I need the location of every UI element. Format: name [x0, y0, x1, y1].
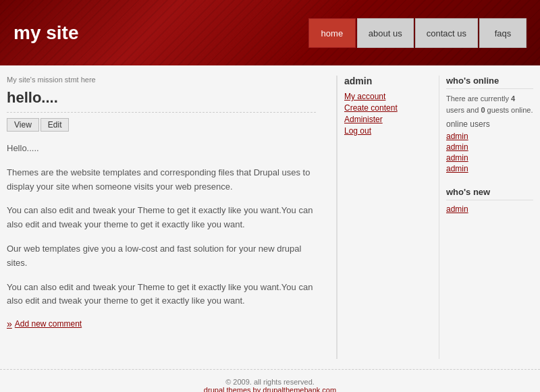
edit-tabs: View Edit	[7, 118, 316, 132]
add-comment-link[interactable]: Add new comment	[7, 318, 316, 329]
log-out-link[interactable]: Log out	[344, 126, 439, 136]
content-block-4: You can also edit and tweak your Theme t…	[7, 281, 316, 309]
footer-link[interactable]: drupal themes by drupalthemebank.com	[204, 386, 336, 392]
nav-item-faqs[interactable]: faqs	[479, 18, 526, 48]
right-sidebar: who's online There are currently 4 users…	[439, 76, 533, 359]
mission-statement: My site's mission stmt here	[7, 76, 316, 84]
administer-link[interactable]: Administer	[344, 115, 439, 124]
whos-online-section: who's online There are currently 4 users…	[446, 76, 533, 173]
admin-sidebar: admin My account Create content Administ…	[344, 76, 439, 359]
header: my site home about us contact us faqs	[0, 0, 540, 65]
content-block-0: Hello.....	[7, 142, 316, 156]
content-block-3: Our web templates give you a low-cost an…	[7, 242, 316, 271]
nav-item-contact[interactable]: contact us	[415, 18, 478, 48]
online-user-0[interactable]: admin	[446, 132, 533, 141]
new-user-0[interactable]: admin	[446, 204, 533, 214]
online-user-3[interactable]: admin	[446, 164, 533, 173]
my-account-link[interactable]: My account	[344, 92, 439, 101]
create-content-link[interactable]: Create content	[344, 103, 439, 113]
admin-title: admin	[344, 76, 439, 86]
main-content: My site's mission stmt here hello.... Vi…	[7, 76, 329, 359]
view-tab[interactable]: View	[7, 118, 39, 132]
whos-online-description: There are currently 4 users and 0 guests…	[446, 93, 533, 115]
whos-new-section: who's new admin	[446, 187, 533, 214]
online-user-1[interactable]: admin	[446, 142, 533, 152]
whos-new-title: who's new	[446, 187, 533, 200]
content-area: My site's mission stmt here hello.... Vi…	[0, 65, 540, 369]
content-block-2: You can also edit and tweak your Theme t…	[7, 204, 316, 232]
edit-tab[interactable]: Edit	[40, 118, 70, 132]
page-title: hello....	[7, 89, 316, 113]
content-divider	[336, 76, 338, 359]
footer: © 2009. all rights reserved. drupal them…	[0, 369, 540, 392]
whos-online-title: who's online	[446, 76, 533, 89]
admin-section: admin My account Create content Administ…	[344, 76, 439, 136]
copyright-text: © 2009. all rights reserved.	[225, 378, 315, 386]
nav-item-home[interactable]: home	[308, 18, 356, 48]
online-users-subtitle: online users	[446, 119, 533, 129]
content-block-1: Themes are the website templates and cor…	[7, 166, 316, 194]
site-title: my site	[14, 22, 79, 44]
nav-item-about[interactable]: about us	[357, 18, 414, 48]
online-user-2[interactable]: admin	[446, 153, 533, 163]
main-nav: home about us contact us faqs	[307, 18, 526, 48]
